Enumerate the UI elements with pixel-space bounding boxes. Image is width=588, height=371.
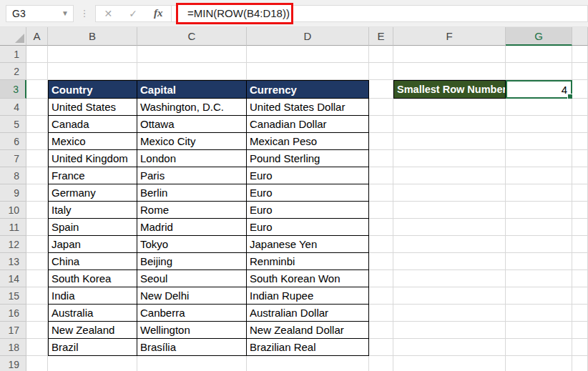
cell-B3[interactable]: Country — [48, 80, 137, 99]
cell-E4[interactable] — [369, 99, 393, 116]
row-header-7[interactable]: 7 — [0, 150, 26, 167]
cell-H3[interactable] — [572, 80, 588, 99]
cell-H16[interactable] — [572, 305, 588, 322]
row-header-9[interactable]: 9 — [0, 184, 26, 202]
cell-C2[interactable] — [137, 63, 247, 80]
row-header-5[interactable]: 5 — [0, 116, 26, 133]
cell-D19[interactable] — [247, 356, 369, 371]
cell-D14[interactable]: South Korean Won — [247, 270, 369, 287]
cell-E19[interactable] — [369, 356, 393, 371]
cell-C3[interactable]: Capital — [137, 80, 247, 99]
cell-H5[interactable] — [572, 116, 588, 133]
cell-H18[interactable] — [572, 339, 588, 356]
cell-G16[interactable] — [506, 305, 572, 322]
cell-G15[interactable] — [506, 287, 572, 305]
cell-D18[interactable]: Brazilian Real — [247, 339, 369, 356]
cell-D2[interactable] — [247, 63, 369, 80]
cell-C5[interactable]: Ottawa — [137, 116, 247, 133]
cell-C1[interactable] — [137, 46, 247, 63]
cell-B14[interactable]: South Korea — [48, 270, 137, 287]
cell-A6[interactable] — [26, 133, 48, 150]
cell-A16[interactable] — [26, 305, 48, 322]
cell-E2[interactable] — [369, 63, 393, 80]
cell-G1[interactable] — [506, 46, 572, 63]
cell-G4[interactable] — [506, 99, 572, 116]
row-header-15[interactable]: 15 — [0, 287, 26, 305]
cell-C17[interactable]: Wellington — [137, 322, 247, 339]
cell-G18[interactable] — [506, 339, 572, 356]
cell-C7[interactable]: London — [137, 150, 247, 167]
cell-A2[interactable] — [26, 63, 48, 80]
cell-D17[interactable]: New Zealand Dollar — [247, 322, 369, 339]
cell-E16[interactable] — [369, 305, 393, 322]
cell-B7[interactable]: United Kingdom — [48, 150, 137, 167]
cell-F8[interactable] — [393, 167, 506, 184]
cell-E7[interactable] — [369, 150, 393, 167]
row-header-8[interactable]: 8 — [0, 167, 26, 184]
column-header-F[interactable]: F — [393, 27, 506, 46]
cell-F7[interactable] — [393, 150, 506, 167]
cell-E1[interactable] — [369, 46, 393, 63]
cell-A14[interactable] — [26, 270, 48, 287]
cell-D7[interactable]: Pound Sterling — [247, 150, 369, 167]
cell-G8[interactable] — [506, 167, 572, 184]
cell-D8[interactable]: Euro — [247, 167, 369, 184]
row-header-12[interactable]: 12 — [0, 236, 26, 253]
cell-E10[interactable] — [369, 202, 393, 219]
cell-G7[interactable] — [506, 150, 572, 167]
cell-B15[interactable]: India — [48, 287, 137, 305]
cell-H4[interactable] — [572, 99, 588, 116]
cell-D6[interactable]: Mexican Peso — [247, 133, 369, 150]
cell-H14[interactable] — [572, 270, 588, 287]
cell-H7[interactable] — [572, 150, 588, 167]
cell-A9[interactable] — [26, 184, 48, 202]
cell-G5[interactable] — [506, 116, 572, 133]
cell-H10[interactable] — [572, 202, 588, 219]
cell-C13[interactable]: Beijing — [137, 253, 247, 270]
cell-A8[interactable] — [26, 167, 48, 184]
cell-C11[interactable]: Madrid — [137, 219, 247, 236]
cell-F14[interactable] — [393, 270, 506, 287]
row-header-3[interactable]: 3 — [0, 80, 26, 99]
column-header-D[interactable]: D — [247, 27, 369, 46]
column-header-partial[interactable] — [572, 27, 588, 46]
row-header-11[interactable]: 11 — [0, 219, 26, 236]
cell-G3-selected[interactable]: 4 — [506, 80, 572, 99]
cell-D16[interactable]: Australian Dollar — [247, 305, 369, 322]
cell-B1[interactable] — [48, 46, 137, 63]
cell-H17[interactable] — [572, 322, 588, 339]
cell-D1[interactable] — [247, 46, 369, 63]
cell-F3[interactable]: Smallest Row Number — [393, 80, 506, 99]
cell-F12[interactable] — [393, 236, 506, 253]
cell-F9[interactable] — [393, 184, 506, 202]
cell-H19[interactable] — [572, 356, 588, 371]
cell-B17[interactable]: New Zealand — [48, 322, 137, 339]
cell-A4[interactable] — [26, 99, 48, 116]
column-header-A[interactable]: A — [26, 27, 48, 46]
cell-G17[interactable] — [506, 322, 572, 339]
column-header-C[interactable]: C — [137, 27, 247, 46]
cell-D9[interactable]: Euro — [247, 184, 369, 202]
cell-A12[interactable] — [26, 236, 48, 253]
cell-H2[interactable] — [572, 63, 588, 80]
cell-D4[interactable]: United States Dollar — [247, 99, 369, 116]
cell-F5[interactable] — [393, 116, 506, 133]
cell-C8[interactable]: Paris — [137, 167, 247, 184]
cell-G2[interactable] — [506, 63, 572, 80]
cell-G6[interactable] — [506, 133, 572, 150]
row-header-6[interactable]: 6 — [0, 133, 26, 150]
cell-E14[interactable] — [369, 270, 393, 287]
cell-G13[interactable] — [506, 253, 572, 270]
cell-E18[interactable] — [369, 339, 393, 356]
cell-E6[interactable] — [369, 133, 393, 150]
cell-C16[interactable]: Canberra — [137, 305, 247, 322]
column-header-G[interactable]: G — [506, 27, 572, 46]
cancel-icon[interactable]: ✕ — [104, 8, 113, 19]
cell-F11[interactable] — [393, 219, 506, 236]
cell-H15[interactable] — [572, 287, 588, 305]
cell-E9[interactable] — [369, 184, 393, 202]
formula-input[interactable]: =MIN(ROW(B4:D18)) — [172, 5, 588, 22]
cell-F10[interactable] — [393, 202, 506, 219]
cell-E8[interactable] — [369, 167, 393, 184]
fill-handle[interactable] — [567, 94, 572, 99]
